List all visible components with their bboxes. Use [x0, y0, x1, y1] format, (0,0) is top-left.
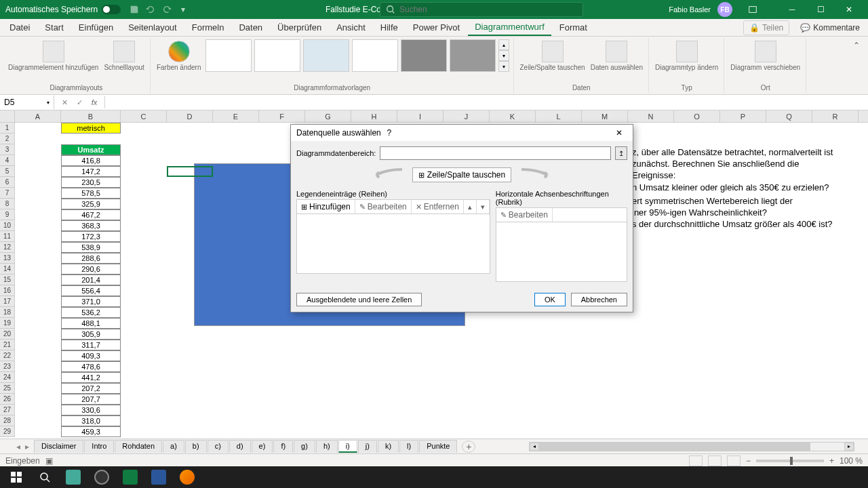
enter-formula-icon[interactable]: ✓ — [73, 96, 85, 108]
search-box[interactable] — [380, 2, 583, 17]
sheet-tab-Punkte[interactable]: Punkte — [419, 440, 457, 453]
ok-button[interactable]: OK — [534, 293, 566, 306]
change-colors-button[interactable]: Farben ändern — [155, 39, 203, 73]
close-button[interactable]: ✕ — [835, 0, 863, 19]
touch-icon[interactable]: ▾ — [178, 4, 189, 15]
style-thumb-5[interactable] — [401, 39, 447, 72]
col-header-L[interactable]: L — [536, 110, 582, 123]
sheet-tab-c)[interactable]: c) — [208, 440, 229, 453]
undo-icon[interactable] — [145, 4, 156, 15]
cancel-button[interactable]: Abbrechen — [571, 293, 627, 306]
tab-home[interactable]: Start — [38, 20, 70, 35]
row-header-5[interactable]: 5 — [0, 166, 15, 177]
gallery-down[interactable]: ▾ — [498, 50, 509, 61]
cell-B17[interactable]: 371,0 — [61, 296, 121, 307]
row-header-11[interactable]: 11 — [0, 231, 15, 242]
tab-file[interactable]: Datei — [3, 20, 37, 35]
row-header-25[interactable]: 25 — [0, 383, 15, 394]
row-header-26[interactable]: 26 — [0, 394, 15, 405]
style-thumb-4[interactable] — [352, 39, 398, 72]
sheet-tab-a)[interactable]: a) — [163, 440, 184, 453]
cell-B8[interactable]: 325,9 — [61, 199, 121, 209]
col-header-B[interactable]: B — [61, 110, 121, 123]
cell-B25[interactable]: 207,2 — [61, 383, 121, 394]
tab-review[interactable]: Überprüfen — [271, 20, 328, 35]
style-thumb-1[interactable] — [205, 39, 252, 72]
gallery-more[interactable]: ▾ — [498, 61, 509, 72]
sheet-tab-k)[interactable]: k) — [378, 440, 399, 453]
col-header-Q[interactable]: Q — [766, 110, 812, 123]
formula-input[interactable] — [105, 96, 868, 109]
row-header-17[interactable]: 17 — [0, 296, 15, 307]
user-name[interactable]: Fabio Basler — [669, 5, 711, 14]
tab-powerpivot[interactable]: Power Pivot — [406, 20, 467, 35]
taskbar-firefox[interactable] — [174, 466, 201, 488]
style-thumb-3[interactable] — [303, 39, 349, 72]
cell-B26[interactable]: 207,7 — [61, 394, 121, 405]
tab-formulas[interactable]: Formeln — [185, 20, 231, 35]
zoom-out-button[interactable]: − — [746, 456, 751, 466]
sheet-tab-d)[interactable]: d) — [229, 440, 251, 453]
cell-B11[interactable]: 172,3 — [61, 231, 121, 242]
cell-B4[interactable]: 416,8 — [61, 155, 121, 166]
cell-B16[interactable]: 556,4 — [61, 285, 121, 296]
col-header-N[interactable]: N — [628, 110, 674, 123]
cell-B22[interactable]: 409,3 — [61, 350, 121, 361]
cell-B24[interactable]: 441,2 — [61, 372, 121, 383]
select-data-button[interactable]: Daten auswählen — [589, 39, 644, 73]
cell-B5[interactable]: 147,2 — [61, 166, 121, 177]
hscroll-left[interactable]: ◂ — [530, 443, 539, 451]
taskbar-excel[interactable] — [117, 466, 144, 488]
dialog-help-button[interactable]: ? — [381, 128, 397, 138]
taskbar-search-button[interactable] — [31, 466, 58, 488]
cancel-formula-icon[interactable]: ✕ — [58, 96, 71, 108]
toggle-switch[interactable] — [102, 5, 121, 14]
cell-B29[interactable]: 459,3 — [61, 426, 121, 437]
row-header-9[interactable]: 9 — [0, 209, 15, 220]
row-header-21[interactable]: 21 — [0, 340, 15, 350]
search-input[interactable] — [399, 5, 577, 14]
series-list[interactable] — [296, 214, 490, 274]
row-header-8[interactable]: 8 — [0, 199, 15, 209]
start-button[interactable] — [3, 466, 30, 488]
tab-view[interactable]: Ansicht — [330, 20, 372, 35]
taskbar-word[interactable] — [145, 466, 172, 488]
cell-B15[interactable]: 201,4 — [61, 274, 121, 285]
normal-view-button[interactable] — [689, 455, 703, 466]
collapse-ribbon-icon[interactable]: ⌃ — [848, 38, 865, 93]
row-header-12[interactable]: 12 — [0, 242, 15, 253]
col-header-O[interactable]: O — [674, 110, 720, 123]
hscroll-right[interactable]: ▸ — [844, 443, 854, 451]
page-break-view-button[interactable] — [727, 455, 741, 466]
cell-B3[interactable]: Umsatz — [61, 144, 121, 155]
cell-B6[interactable]: 230,5 — [61, 177, 121, 188]
cell-B18[interactable]: 536,2 — [61, 307, 121, 318]
maximize-button[interactable]: ☐ — [807, 0, 834, 19]
col-header-H[interactable]: H — [351, 110, 397, 123]
zoom-slider[interactable] — [756, 460, 824, 462]
row-header-15[interactable]: 15 — [0, 274, 15, 285]
row-header-23[interactable]: 23 — [0, 361, 15, 372]
dialog-close-button[interactable]: ✕ — [611, 125, 627, 141]
sheet-tab-g)[interactable]: g) — [294, 440, 315, 453]
chart-range-input[interactable] — [380, 146, 611, 160]
minimize-button[interactable]: ─ — [778, 0, 806, 19]
row-header-28[interactable]: 28 — [0, 415, 15, 426]
sheet-tab-j)[interactable]: j) — [358, 440, 377, 453]
col-header-G[interactable]: G — [305, 110, 351, 123]
switch-row-col-dialog-button[interactable]: ⊞ Zeile/Spalte tauschen — [412, 167, 511, 182]
row-header-2[interactable]: 2 — [0, 134, 15, 144]
macro-record-icon[interactable]: ▣ — [45, 456, 53, 466]
row-header-1[interactable]: 1 — [0, 123, 15, 134]
tab-chartdesign[interactable]: Diagrammentwurf — [468, 19, 551, 36]
gallery-up[interactable]: ▴ — [498, 39, 509, 50]
zoom-level[interactable]: 100 % — [840, 456, 863, 466]
name-box[interactable]: D5▾ — [0, 96, 54, 109]
col-header-K[interactable]: K — [490, 110, 536, 123]
add-sheet-button[interactable]: + — [462, 441, 475, 453]
zoom-in-button[interactable]: + — [829, 456, 834, 466]
cell-B27[interactable]: 330,6 — [61, 405, 121, 415]
row-header-19[interactable]: 19 — [0, 318, 15, 329]
axis-list[interactable] — [496, 222, 627, 282]
sheet-tab-b)[interactable]: b) — [185, 440, 207, 453]
